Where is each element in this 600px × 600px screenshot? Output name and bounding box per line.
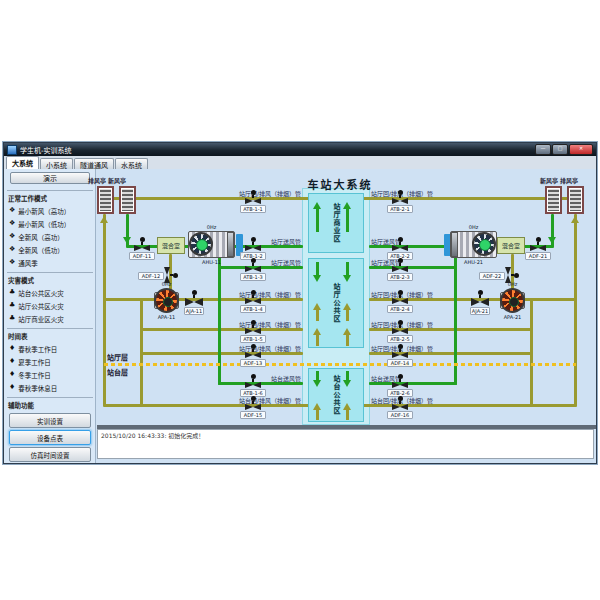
damper-ADF-16[interactable]: ADF-16 [387,396,413,419]
flow-arrow [100,216,109,262]
duct-line [530,298,533,405]
damper-ADF-14[interactable]: ADF-14 [387,344,413,367]
damper-ADF-15[interactable]: ADF-15 [240,396,266,419]
title-bar: 学生机-实训系统 — □ ✕ [4,143,596,156]
damper-ATB-2-3[interactable]: ATB-2-3 [387,258,413,281]
app-icon [7,145,17,155]
mode-icon: ❖ [9,207,15,214]
mode-icon: ♣ [9,302,15,309]
sidebar-item-全新风（高功）[interactable]: ❖全新风（高功） [7,230,93,243]
mode-icon: ❖ [9,246,15,253]
mixing-chamber[interactable]: 混合室 [157,237,185,254]
fan-AHU-21[interactable]: 0HzAHU-21 [450,231,497,258]
sidebar-item-全新风（低功）[interactable]: ❖全新风（低功） [7,243,93,256]
sidebar-item-最小新风（高功）[interactable]: ❖最小新风（高功） [7,204,93,217]
damper-ATB-2-4[interactable]: ATB-2-4 [387,290,413,313]
sidebar-item-站厅公共区火灾[interactable]: ♣站厅公共区火灾 [7,299,93,312]
damper-ATB-2-2[interactable]: ATB-2-2 [387,237,413,260]
tab-小系统[interactable]: 小系统 [40,158,73,169]
fan-speed: 0Hz [188,224,235,230]
sidebar-item-春秋季工作日[interactable]: ♦春秋季工作日 [7,342,93,355]
damper-ATB-1-5[interactable]: ATB-1-5 [240,320,266,343]
log-message: 2015/10/20 16:43:33: 初始化完成！ [101,432,204,439]
fan-tag: AHU-11 [188,259,235,265]
mode-icon: ❖ [9,259,15,266]
damper-ATB-2-6[interactable]: ATB-2-6 [387,374,413,397]
louver-grille [97,186,114,214]
sidebar-item-最小新风（低功）[interactable]: ❖最小新风（低功） [7,217,93,230]
damper-ADF-13[interactable]: ADF-13 [240,344,266,367]
sidebar-item-冬季工作日[interactable]: ♦冬季工作日 [7,368,93,381]
damper-ADF-12[interactable]: ADF-12 [158,268,184,282]
mode-icon: ♦ [9,345,15,352]
sidebar-item-夏季工作日[interactable]: ♦夏季工作日 [7,355,93,368]
kiosk-label: 排风亭 新风亭 [88,176,126,185]
floor-label: 站台层 [107,367,128,377]
flow-arrow [313,303,322,321]
flow-arrow [343,262,352,282]
tab-隧道通风[interactable]: 隧道通风 [74,158,114,169]
damper-ATB-2-1[interactable]: ATB-2-1 [387,190,413,213]
aux-button-设备点表[interactable]: 设备点表 [9,430,91,445]
sidebar-item-站台公共区火灾[interactable]: ♣站台公共区火灾 [7,286,93,299]
flow-arrow [313,262,322,282]
section-title: 辅助功能 [7,397,93,411]
sidebar-item-通风季[interactable]: ❖通风季 [7,256,93,269]
kiosk-label: 新风亭 排风亭 [540,176,578,185]
flow-arrow [343,371,352,387]
minimize-button[interactable]: — [535,144,551,155]
fan-APA-11[interactable]: 0HzAPA-11 [151,288,182,313]
aux-button-仿真时间设置[interactable]: 仿真时间设置 [9,447,91,462]
aux-button-实训设置[interactable]: 实训设置 [9,413,91,428]
damper-ATB-1-3[interactable]: ATB-1-3 [240,258,266,281]
maximize-button[interactable]: □ [552,144,568,155]
fan-tag: APA-11 [151,314,182,320]
flow-arrow [343,403,352,420]
mode-icon: ♦ [9,371,15,378]
flow-arrow [313,403,322,420]
damper-ATB-1-2[interactable]: ATB-1-2 [240,237,266,260]
mixing-chamber[interactable]: 混合室 [497,237,525,254]
section-title: 灾害模式 [7,272,93,286]
close-button[interactable]: ✕ [569,144,593,155]
section-title: 正常工作模式 [7,190,93,204]
flow-arrow [313,202,322,232]
damper-ADF-11[interactable]: ADF-11 [129,237,155,260]
tab-大系统[interactable]: 大系统 [6,156,39,169]
flow-arrow [313,328,322,346]
louver-grille [119,186,136,214]
damper-ADF-22[interactable]: ADF-22 [499,268,525,282]
mode-icon: ♦ [9,384,15,391]
window-title: 学生机-实训系统 [20,145,534,155]
fan-APA-21[interactable]: 0HzAPA-21 [497,288,528,313]
mode-icon: ♦ [9,358,15,365]
damper-ATB-1-6[interactable]: ATB-1-6 [240,374,266,397]
fan-tag: AHU-21 [450,259,497,265]
section-title: 时间表 [7,328,93,342]
mode-icon: ❖ [9,233,15,240]
fan-speed: 0Hz [450,224,497,230]
mode-icon: ♣ [9,289,15,296]
flow-arrow [123,216,132,244]
flow-arrow [343,328,352,346]
fan-AHU-11[interactable]: 0HzAHU-11 [188,231,235,258]
demo-button[interactable]: 演示 [10,172,90,184]
flow-arrow [343,202,352,232]
damper-ATB-2-5[interactable]: ATB-2-5 [387,320,413,343]
floor-label: 站厅层 [107,352,128,362]
fan-tag: APA-21 [497,314,528,320]
duct-line [140,298,143,405]
tab-strip: 大系统小系统隧道通风水系统 [4,156,596,170]
louver-grille [545,186,562,214]
log-panel: 2015/10/20 16:43:33: 初始化完成！ [97,429,594,459]
flow-arrow [548,216,557,244]
mode-icon: ♣ [9,315,15,322]
damper-ATB-1-4[interactable]: ATB-1-4 [240,290,266,313]
valve-AJA-21[interactable]: AJA-21 [470,290,490,315]
sidebar-item-站厅商业区火灾[interactable]: ♣站厅商业区火灾 [7,312,93,325]
floor-divider [104,363,576,366]
tab-水系统[interactable]: 水系统 [115,158,148,169]
valve-AJA-11[interactable]: AJA-11 [184,290,204,315]
sidebar-item-春秋季休息日[interactable]: ♦春秋季休息日 [7,381,93,394]
damper-ATB-1-1[interactable]: ATB-1-1 [240,190,266,213]
